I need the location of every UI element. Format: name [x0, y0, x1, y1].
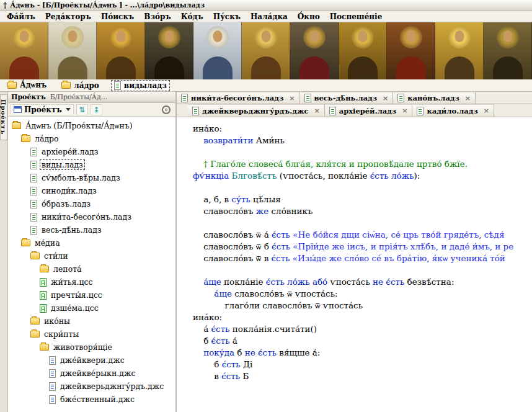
close-icon[interactable]: ×: [484, 107, 489, 115]
tree-row-label: дзше́ма.цсс: [50, 303, 100, 313]
code-token: [193, 289, 214, 298]
close-icon[interactable]: ×: [289, 94, 295, 102]
folder-tab[interactable]: ла́дро: [59, 81, 102, 91]
close-icon[interactable]: ×: [383, 94, 388, 102]
code-token: вя́щше а́:: [277, 347, 320, 357]
collapse-all-button[interactable]: ⇅: [76, 104, 88, 115]
code-line: [193, 146, 532, 158]
menu-item[interactable]: Фа́йлъ: [2, 12, 40, 22]
folder-open-icon: [7, 82, 17, 89]
folder-tab[interactable]: видыладз: [112, 81, 169, 91]
code-token: ло́жь: [287, 277, 309, 287]
editor-tab[interactable]: ники́та-бесого́нъ.ладз×: [177, 92, 300, 104]
file-icon: [30, 187, 37, 195]
code-token: а́ще: [214, 289, 232, 298]
tree-row[interactable]: о́бразъ.ладз: [8, 197, 175, 210]
code-token: б: [193, 336, 211, 346]
tree-row[interactable]: пречты́я.цсс: [8, 289, 175, 302]
code-token: славосло́въ: [193, 206, 256, 216]
tree-row[interactable]: лепота́: [8, 262, 175, 275]
title-bar: † А́дѡнъ - [Б/Прое́кты/А́дѡнъ ] - ...\ла…: [0, 0, 532, 11]
project-vertical-tab[interactable]: Прое́ктъ: [0, 94, 7, 140]
figure-shape: [9, 56, 39, 79]
code-token: поку́да: [203, 347, 234, 357]
tree-row-label: весь-дѣ́нь.ладз: [40, 225, 103, 235]
file-icon: [49, 356, 56, 365]
figure-shape: [348, 56, 378, 79]
tree-row[interactable]: ла́дро: [8, 132, 175, 145]
face-shape: [358, 30, 367, 42]
tree-row[interactable]: весь-дѣ́нь.ладз: [8, 223, 175, 236]
close-icon[interactable]: ×: [465, 94, 471, 102]
folder-icon: [30, 318, 40, 325]
file-icon: [397, 94, 404, 102]
gear-icon[interactable]: [162, 105, 171, 114]
tree-row-label: дже́йквери.джс: [59, 356, 126, 365]
project-view-dropdown-value: Прое́ктъ: [24, 105, 62, 114]
scroll-to-source-button[interactable]: ↨: [91, 104, 102, 115]
figure-shape: [299, 56, 329, 79]
tree-row[interactable]: сѵ́мболъ-вѣ́ры.ладз: [8, 171, 175, 184]
code-token: ина́ко:: [193, 123, 222, 133]
editor-tab[interactable]: кано́нъ.ладз×: [393, 92, 476, 104]
code-line: а́ є́сть покла́нія.счита́ти(): [193, 323, 532, 335]
code-token: або́: [313, 277, 327, 287]
tree-row[interactable]: архіере́й.ладз: [8, 145, 175, 158]
tree-row[interactable]: ме́диа: [8, 236, 175, 249]
project-panel-title: Прое́ктъ: [11, 93, 46, 101]
tree-row[interactable]: жи́тья.цсс: [8, 275, 175, 289]
tree-row[interactable]: животворя́щіе: [8, 341, 175, 354]
menu-item[interactable]: Реда́кторъ: [40, 12, 96, 22]
side-strip: Прое́ктъ: [0, 92, 8, 412]
editor-tab-label: ники́та-бесого́нъ.ладз: [191, 94, 283, 102]
tree-row-label: джейкверьджнгу́рдъ.джс: [59, 382, 165, 391]
tree-row-label: сти́ли: [43, 251, 69, 261]
code-token: покла́ніе: [221, 277, 266, 287]
menu-item[interactable]: Поспеше́ніе: [325, 12, 388, 22]
menu-item[interactable]: О́кно: [293, 12, 325, 22]
tree-row[interactable]: джейкверьджнгу́рдъ.джс: [8, 380, 175, 393]
close-icon[interactable]: ×: [314, 107, 320, 115]
tree-row[interactable]: ико́ны: [8, 315, 175, 328]
tree-row[interactable]: сти́ли: [8, 249, 175, 262]
code-token: не: [373, 277, 383, 287]
file-icon: [30, 161, 37, 169]
tree-row[interactable]: бже́ственный.джс: [8, 393, 175, 406]
file-icon: [417, 107, 423, 115]
tree-row[interactable]: дже́йквери.джс: [8, 354, 175, 367]
menu-item[interactable]: По́искъ: [96, 12, 139, 22]
editor-tab[interactable]: джейкверьджнгу́рдъ.джс×: [188, 104, 325, 117]
icon-pale-virgin: [193, 22, 242, 79]
editor-tab[interactable]: архіере́й.ладз×: [325, 104, 413, 117]
face-shape: [406, 30, 415, 42]
tree-row[interactable]: А́дѡнъ (Б/Прое́кты/А́дѡнъ): [8, 119, 175, 132]
file-icon: [40, 304, 47, 313]
tree-row-label: ла́дро: [33, 134, 60, 143]
code-line: ина́ко:: [193, 123, 532, 135]
folder-tab[interactable]: А́дѡнъ: [5, 80, 49, 91]
tree-row[interactable]: виды.ладз: [8, 158, 175, 171]
editor-tab[interactable]: кади́ло.ладз×: [412, 104, 494, 117]
tree-row[interactable]: джейкве́рыкн.джс: [8, 367, 175, 380]
project-view-dropdown[interactable]: Прое́ктъ: [11, 104, 74, 115]
file-icon: [30, 174, 37, 182]
menu-item[interactable]: Ко́дъ: [176, 12, 208, 22]
editor-tab-label: архіере́й.ладз: [339, 107, 397, 115]
code-token: Ді: [241, 359, 253, 369]
close-icon[interactable]: ×: [402, 107, 407, 115]
menu-item[interactable]: Нала́дка: [246, 12, 293, 22]
code-token: Б: [240, 371, 249, 381]
menu-item[interactable]: Взо́ръ: [139, 12, 175, 22]
folder-tab-label: видыладз: [124, 81, 167, 90]
tree-row[interactable]: синоди́к.ладз: [8, 184, 175, 197]
menu-item[interactable]: Пу́скъ: [208, 12, 246, 22]
tree-row[interactable]: скри́пты: [8, 328, 175, 341]
icon-pale-saint: [48, 22, 97, 79]
tree-row[interactable]: ники́та-бесого́нъ.ладз: [8, 210, 175, 223]
tree-row[interactable]: дзше́ма.цсс: [8, 302, 175, 315]
editor-tab-label: кади́ло.ладз: [427, 107, 477, 115]
code-area[interactable]: ина́ко: возврати́ти Ами́нь † Глаго́ле сл…: [177, 117, 532, 412]
code-token: же: [256, 206, 268, 216]
tree-row-label: ники́та-бесого́нъ.ладз: [40, 212, 133, 222]
editor-tab[interactable]: весь-дѣ́нь.ладз×: [300, 92, 394, 104]
